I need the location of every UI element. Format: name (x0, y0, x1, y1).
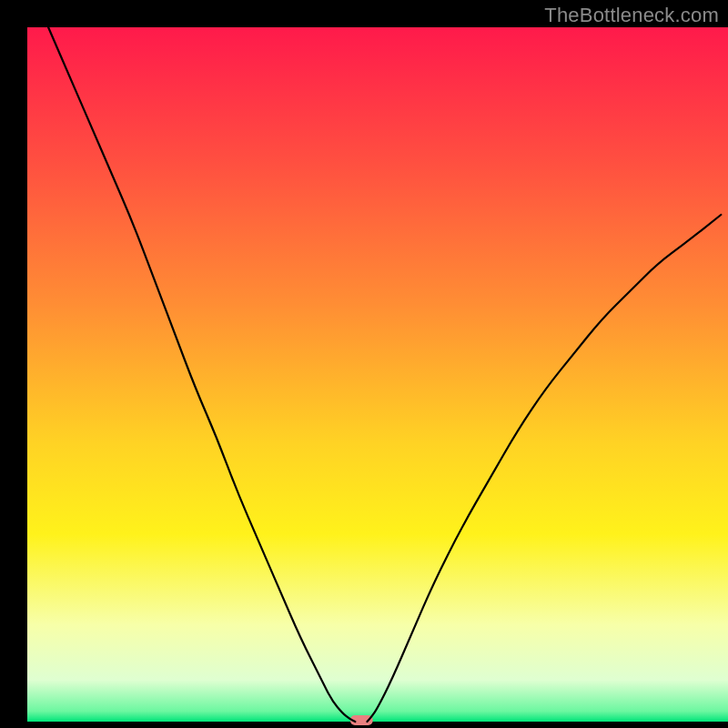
watermark-text: TheBottleneck.com (544, 4, 719, 27)
chart-frame: TheBottleneck.com (0, 0, 728, 728)
plot-background (27, 27, 728, 722)
bottleneck-chart (0, 0, 728, 728)
